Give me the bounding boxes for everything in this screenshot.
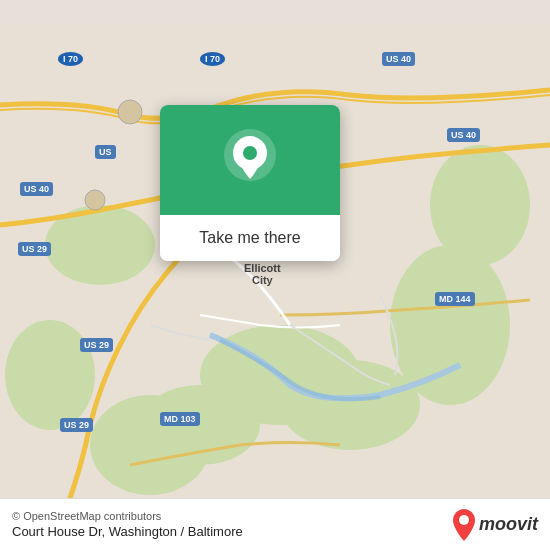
road-badge-us40-top-right: US 40	[382, 52, 415, 66]
moovit-brand-text: moovit	[479, 514, 538, 535]
bottom-bar: © OpenStreetMap contributors Court House…	[0, 498, 550, 550]
moovit-logo: moovit	[453, 509, 538, 541]
svg-point-7	[90, 395, 210, 495]
svg-point-4	[390, 245, 510, 405]
city-label-ellicott: EllicottCity	[244, 262, 281, 286]
road-badge-us40-right: US 40	[447, 128, 480, 142]
svg-point-8	[5, 320, 95, 430]
attribution-text: © OpenStreetMap contributors	[12, 510, 453, 522]
svg-point-10	[85, 190, 105, 210]
road-badge-md144: MD 144	[435, 292, 475, 306]
road-badge-us29-left: US 29	[18, 242, 51, 256]
svg-point-14	[459, 515, 469, 525]
svg-point-3	[280, 360, 420, 450]
road-badge-i70-left: I 70	[58, 52, 83, 66]
road-badge-us-center: US	[95, 145, 116, 159]
location-title: Court House Dr, Washington / Baltimore	[12, 524, 453, 539]
svg-point-9	[118, 100, 142, 124]
map-container: I 70 I 70 US 40 US 40 US US 40 US 29 US …	[0, 0, 550, 550]
moovit-pin-icon	[453, 509, 475, 541]
take-me-there-button[interactable]: Take me there	[160, 215, 340, 261]
road-badge-us29-bottom: US 29	[60, 418, 93, 432]
popup-header	[160, 105, 340, 215]
svg-point-5	[430, 145, 530, 265]
road-badge-md103: MD 103	[160, 412, 200, 426]
popup-card: Take me there	[160, 105, 340, 261]
location-pin-icon	[224, 129, 276, 191]
svg-point-13	[243, 146, 257, 160]
road-badge-i70-center: I 70	[200, 52, 225, 66]
road-badge-us29-bottom-left: US 29	[80, 338, 113, 352]
road-badge-us40-left: US 40	[20, 182, 53, 196]
